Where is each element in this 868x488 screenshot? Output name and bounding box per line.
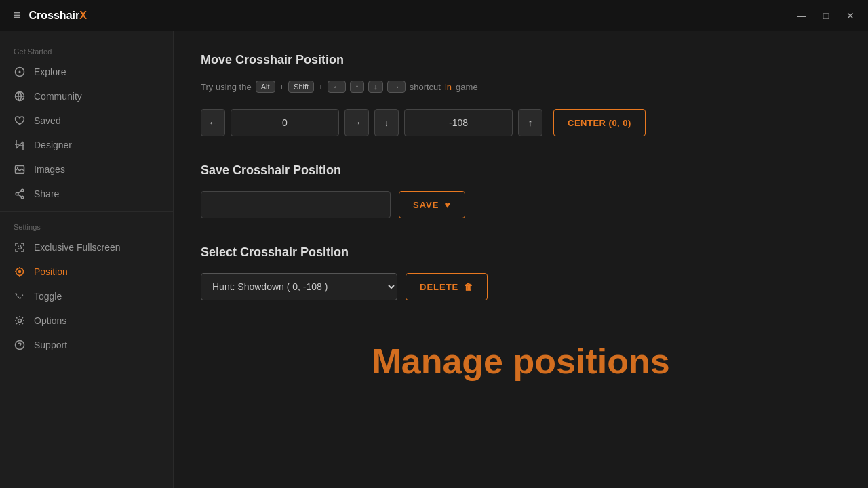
logo-text: CrosshairX — [29, 9, 87, 22]
position-controls: ← → ↓ ↑ CENTER (0, 0) — [201, 109, 841, 136]
designer-icon — [14, 139, 26, 151]
sidebar-item-community[interactable]: Community — [0, 84, 173, 108]
hint-try: Try using the — [201, 82, 252, 92]
hint-in: in — [445, 82, 452, 92]
svg-line-4 — [16, 142, 23, 148]
position-select[interactable]: Hunt: Showdown ( 0, -108 ) — [201, 273, 397, 300]
svg-point-18 — [19, 271, 21, 273]
svg-point-1 — [19, 71, 21, 73]
y-increment-button[interactable]: ↑ — [518, 109, 542, 136]
sidebar-item-label: Position — [34, 266, 68, 277]
move-section-title: Move Crosshair Position — [201, 53, 841, 67]
alt-key: Alt — [256, 81, 275, 93]
position-icon — [14, 266, 26, 278]
hint-plus2: + — [318, 82, 323, 92]
sidebar-item-toggle[interactable]: Toggle — [0, 284, 173, 308]
window-controls: — □ ✕ — [792, 6, 860, 25]
app-body: Get Started Explore Community Saved — [0, 31, 868, 488]
x-decrement-button[interactable]: ← — [201, 109, 225, 136]
main-content: Move Crosshair Position Try using the Al… — [174, 31, 868, 488]
hint-plus1: + — [279, 82, 285, 92]
svg-point-25 — [19, 348, 20, 349]
sidebar-item-position[interactable]: Position — [0, 260, 173, 284]
select-section: Select Crosshair Position Hunt: Showdown… — [201, 245, 841, 300]
y-position-input[interactable] — [404, 109, 513, 136]
svg-line-15 — [18, 195, 22, 197]
options-icon — [14, 314, 26, 327]
community-icon — [14, 90, 26, 102]
sidebar-item-exclusive-fullscreen[interactable]: Exclusive Fullscreen — [0, 235, 173, 260]
arrow-left-key: ← — [328, 81, 346, 93]
sidebar-divider — [0, 211, 173, 212]
explore-icon — [14, 66, 26, 78]
sidebar: Get Started Explore Community Saved — [0, 31, 174, 488]
minimize-button[interactable]: — — [792, 6, 811, 25]
sidebar-item-options[interactable]: Options — [0, 308, 173, 333]
maximize-button[interactable]: □ — [816, 6, 835, 25]
svg-point-13 — [16, 192, 18, 195]
heart-icon — [14, 115, 26, 127]
trash-icon: 🗑 — [464, 282, 473, 292]
delete-button-label: DELETE — [420, 282, 458, 292]
sidebar-item-images[interactable]: Images — [0, 157, 173, 182]
titlebar: ≡ CrosshairX — □ ✕ — [0, 0, 868, 31]
svg-point-23 — [18, 319, 22, 323]
svg-point-10 — [17, 167, 18, 169]
arrow-right-key: → — [387, 81, 406, 93]
x-position-input[interactable] — [231, 109, 339, 136]
y-decrement-button[interactable]: ↓ — [374, 109, 399, 136]
delete-button[interactable]: DELETE 🗑 — [406, 273, 488, 300]
center-button[interactable]: CENTER (0, 0) — [553, 109, 646, 136]
svg-line-14 — [18, 191, 22, 193]
sidebar-item-label: Toggle — [34, 291, 62, 302]
close-button[interactable]: ✕ — [841, 6, 860, 25]
sidebar-item-support[interactable]: Support — [0, 333, 173, 357]
support-icon — [14, 339, 26, 351]
hint-game: game — [456, 82, 478, 92]
sidebar-item-share[interactable]: Share — [0, 182, 173, 206]
menu-toggle-button[interactable]: ≡ — [8, 5, 26, 25]
images-icon — [14, 163, 26, 176]
sidebar-item-label: Community — [34, 91, 82, 102]
share-icon — [14, 188, 26, 200]
save-heart-icon: ♥ — [444, 199, 450, 210]
move-section: Move Crosshair Position Try using the Al… — [201, 53, 841, 136]
sidebar-item-label: Options — [34, 315, 66, 326]
sidebar-item-label: Images — [34, 164, 65, 175]
save-section-title: Save Crosshair Position — [201, 163, 841, 178]
save-button[interactable]: SAVE ♥ — [399, 191, 465, 218]
save-section: Save Crosshair Position SAVE ♥ — [201, 163, 841, 218]
sidebar-item-label: Share — [34, 188, 59, 199]
watermark-text: Manage positions — [201, 341, 841, 382]
app-logo: ≡ CrosshairX — [8, 5, 87, 25]
svg-point-12 — [21, 196, 24, 199]
sidebar-item-label: Designer — [34, 140, 72, 150]
arrow-down-key: ↓ — [368, 81, 383, 93]
sidebar-section-settings: Settings — [0, 218, 173, 235]
sidebar-item-explore[interactable]: Explore — [0, 60, 173, 84]
x-increment-button[interactable]: → — [344, 109, 369, 136]
select-section-title: Select Crosshair Position — [201, 245, 841, 260]
sidebar-item-label: Saved — [34, 115, 61, 126]
save-row: SAVE ♥ — [201, 191, 841, 218]
hint-shortcut: shortcut — [410, 82, 441, 92]
select-row: Hunt: Showdown ( 0, -108 ) DELETE 🗑 — [201, 273, 841, 300]
svg-point-16 — [18, 246, 22, 249]
sidebar-item-label: Explore — [34, 66, 66, 77]
save-button-label: SAVE — [413, 200, 439, 210]
arrow-up-key: ↑ — [350, 81, 365, 93]
toggle-icon — [14, 290, 26, 302]
shift-key: Shift — [288, 81, 314, 93]
hint-row: Try using the Alt + Shift + ← ↑ ↓ → shor… — [201, 81, 841, 93]
save-name-input[interactable] — [201, 191, 391, 218]
fullscreen-icon — [14, 241, 26, 253]
sidebar-item-label: Exclusive Fullscreen — [34, 242, 121, 253]
sidebar-item-saved[interactable]: Saved — [0, 108, 173, 133]
sidebar-section-get-started: Get Started — [0, 42, 173, 60]
sidebar-item-label: Support — [34, 340, 67, 350]
svg-point-11 — [21, 189, 24, 192]
sidebar-item-designer[interactable]: Designer — [0, 133, 173, 157]
